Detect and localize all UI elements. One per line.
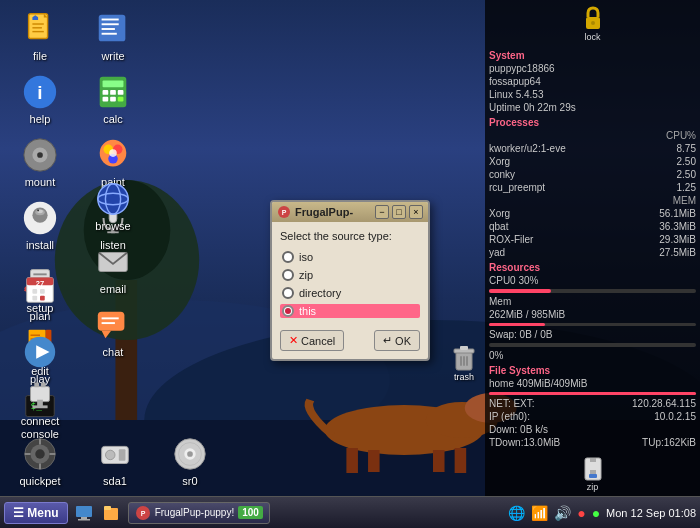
quickpet-label: quickpet [20,475,61,487]
svg-point-27 [37,209,39,211]
cpu-proc-3: conky 2.50 [489,169,696,180]
sidebar-item-write[interactable]: write [78,5,148,66]
radio-zip[interactable]: zip [280,268,420,282]
sidebar-item-install[interactable]: install [5,194,75,255]
svg-rect-43 [102,33,117,35]
ok-button[interactable]: ↵ OK [374,330,420,351]
desktop: file i help mount [0,0,700,496]
svg-rect-45 [103,81,124,88]
dialog-title: P FrugalPup- [277,205,353,219]
svg-point-86 [35,449,45,459]
svg-rect-88 [39,464,41,470]
svg-rect-41 [102,23,119,25]
mem-bar-container [489,323,696,327]
sidebar-item-connect[interactable]: connect [5,370,75,431]
svg-rect-11 [433,450,445,472]
svg-rect-66 [98,312,125,331]
dialog-actions: ✕ Cancel ↵ OK [280,326,420,351]
sidebar-item-help[interactable]: i help [5,68,75,129]
down-row: Down: 0B k/s [489,424,696,435]
svg-rect-87 [39,439,41,445]
paint-icon [93,135,133,175]
tray-alert-icon[interactable]: ● [577,505,585,521]
svg-rect-89 [25,453,31,455]
trash-button[interactable]: trash [448,340,480,382]
mem-usage-label: Mem [489,296,696,307]
svg-rect-68 [102,317,119,319]
plan-icon: 27 [20,269,60,309]
calc-label: calc [103,113,123,125]
tray-icon-1[interactable]: 🌐 [508,505,525,521]
svg-rect-12 [455,448,467,473]
file-label: file [33,50,47,62]
radio-this[interactable]: this [280,304,420,318]
resources-section-label: Resources [489,262,696,273]
sidebar-item-sda1[interactable]: sda1 [80,430,150,491]
taskbar-desktop-icon[interactable] [72,501,96,525]
mount-label: mount [25,176,56,188]
svg-text:P: P [282,209,287,216]
svg-rect-51 [118,97,124,102]
sidebar-item-plan[interactable]: 27 plan [5,265,75,326]
browse-label: browse [95,220,130,232]
tray-network-icon[interactable]: 📶 [531,505,548,521]
radio-iso[interactable]: iso [280,250,420,264]
taskbar-files-icon[interactable] [100,501,124,525]
sidebar-item-chat[interactable]: chat [78,301,148,362]
start-menu-button[interactable]: ☰ Menu [4,502,68,524]
sidebar-item-calc[interactable]: calc [78,68,148,129]
svg-rect-110 [466,356,468,366]
dialog-minimize-button[interactable]: − [375,205,389,219]
sidebar-item-sr0[interactable]: sr0 [155,430,225,491]
svg-rect-81 [41,383,46,388]
help-icon: i [20,72,60,112]
processes-section-label: Processes [489,117,696,128]
mem-header-row: MEM [489,195,696,206]
panel-kernel: Linux 5.4.53 [489,89,696,100]
svg-rect-115 [78,519,90,521]
cancel-button[interactable]: ✕ Cancel [280,330,344,351]
sidebar-item-mount[interactable]: mount [5,131,75,192]
radio-directory-circle [282,287,294,299]
sda1-icon [95,434,135,474]
connect-label: connect [21,415,60,427]
connect-area: connect [5,370,75,431]
svg-point-93 [106,450,116,460]
radio-iso-circle [282,251,294,263]
svg-rect-49 [103,97,109,102]
net-eth0-row: IP (eth0): 10.0.2.15 [489,411,696,422]
tray-volume-icon[interactable]: 🔊 [554,505,571,521]
svg-rect-40 [102,19,119,21]
radio-directory[interactable]: directory [280,286,420,300]
mem-proc-2: qbat 36.3MiB [489,221,696,232]
svg-rect-103 [590,470,596,474]
cpu-header-row: CPU% [489,130,696,141]
dialog-prompt-text: Select the source type: [280,230,420,242]
install-label: install [26,239,54,251]
svg-text:i: i [37,82,42,103]
system-panel: lock System puppypc18866 fossapup64 Linu… [485,0,700,496]
taskbar-frugalpup-task[interactable]: P FrugalPup-puppy! 100 [128,502,270,524]
cpu-proc-4: rcu_preempt 1.25 [489,182,696,193]
dialog-maximize-button[interactable]: □ [392,205,406,219]
home-bar-container [489,392,696,396]
sidebar-item-browse[interactable]: browse [78,175,148,236]
zip-button[interactable]: zip [489,454,696,492]
svg-rect-107 [460,346,468,350]
lock-button[interactable]: lock [579,4,607,42]
email-label: email [100,283,126,295]
svg-rect-101 [590,458,596,462]
sr0-label: sr0 [182,475,197,487]
panel-distro: fossapup64 [489,76,696,87]
sidebar-item-quickpet[interactable]: quickpet [5,430,75,491]
lock-icon [579,4,607,32]
home-bar [489,392,696,396]
svg-point-96 [187,451,193,457]
sidebar-item-email[interactable]: email [78,238,148,299]
filesystems-section-label: File Systems [489,365,696,376]
dialog-window-controls: − □ × [375,205,423,219]
dialog-app-icon: P [277,205,291,219]
quickpet-icon [20,434,60,474]
sidebar-item-file[interactable]: file [5,5,75,66]
dialog-close-button[interactable]: × [409,205,423,219]
